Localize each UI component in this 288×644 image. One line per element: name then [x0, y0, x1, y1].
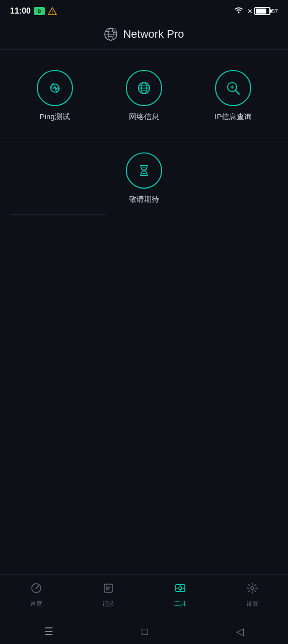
tool-item-coming-soon[interactable]: 敬请期待	[10, 147, 278, 209]
warning-icon: !	[48, 7, 57, 16]
ip-lookup-label: IP信息查询	[214, 112, 252, 122]
nav-tools-label: 工具	[174, 600, 186, 608]
nav-item-speed[interactable]: 速度	[20, 580, 52, 611]
status-left: 11:00 B !	[10, 7, 57, 16]
svg-point-27	[251, 587, 254, 590]
battery-x-icon: ✕	[247, 8, 253, 15]
svg-text:⟳: ⟳	[113, 30, 116, 33]
bottom-nav: 速度 记录 工具	[0, 574, 288, 619]
svg-line-13	[236, 91, 239, 94]
coming-soon-label: 敬请期待	[129, 195, 159, 204]
system-nav: ☰ □ ◁	[0, 619, 288, 644]
svg-point-19	[35, 588, 37, 589]
svg-point-22	[179, 587, 182, 590]
tool-section-row2: 敬请期待	[0, 137, 288, 220]
section-bottom-line	[10, 214, 106, 215]
status-bar: 11:00 B ! ✕ 57	[0, 0, 288, 22]
svg-text:!: !	[52, 10, 53, 15]
tool-section-row1: Ping测试 网络信息	[0, 50, 288, 137]
network-icon-circle	[126, 70, 162, 106]
system-menu-icon[interactable]: ☰	[44, 625, 53, 637]
tool-item-ping[interactable]: Ping测试	[10, 65, 99, 127]
svg-point-2	[238, 12, 239, 14]
app-title: Network Pro	[123, 28, 184, 41]
tools-icon	[174, 582, 186, 597]
status-icon-green: B	[34, 7, 45, 15]
app-header-icon: ⟳	[104, 27, 118, 41]
status-time: 11:00	[10, 7, 31, 16]
nav-item-records[interactable]: 记录	[92, 580, 124, 611]
nav-speed-label: 速度	[30, 600, 42, 608]
tool-item-ip[interactable]: IP信息查询	[189, 65, 278, 127]
system-home-icon[interactable]: □	[141, 626, 148, 637]
settings-icon	[246, 582, 258, 597]
speed-icon	[30, 582, 42, 597]
ip-icon-circle	[215, 70, 251, 106]
nav-records-label: 记录	[102, 600, 114, 608]
nav-item-settings[interactable]: 设置	[236, 580, 268, 611]
tool-item-network[interactable]: 网络信息	[99, 65, 188, 127]
battery-box	[254, 7, 270, 15]
battery-level: 57	[272, 8, 278, 14]
records-icon	[102, 582, 114, 597]
system-back-icon[interactable]: ◁	[236, 625, 244, 637]
ping-icon-circle	[37, 70, 73, 106]
status-right: ✕ 57	[233, 6, 278, 16]
nav-settings-label: 设置	[246, 600, 258, 608]
battery-container: ✕ 57	[247, 7, 278, 15]
ping-test-label: Ping测试	[40, 112, 70, 122]
tool-grid-row2: 敬请期待	[10, 147, 278, 209]
app-header: ⟳ Network Pro	[0, 22, 288, 50]
hourglass-icon-circle	[126, 152, 162, 189]
tool-grid-row1: Ping测试 网络信息	[10, 65, 278, 127]
nav-item-tools[interactable]: 工具	[164, 580, 196, 611]
network-info-label: 网络信息	[129, 112, 159, 122]
wifi-icon	[233, 6, 244, 16]
